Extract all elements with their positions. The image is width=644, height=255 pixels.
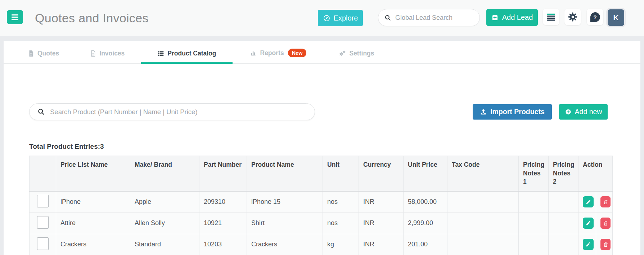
- tab-settings[interactable]: Settings: [338, 42, 374, 63]
- cell-part-number: 209310: [199, 191, 247, 213]
- question-bubble-icon: ?: [590, 12, 600, 22]
- table-row: iPhone Apple 209310 iPhone 15 nos INR 58…: [30, 191, 613, 213]
- tab-label: Product Catalog: [167, 50, 216, 57]
- cell-part-number: 10921: [199, 212, 247, 234]
- add-new-button[interactable]: Add new: [559, 104, 608, 120]
- import-products-label: Import Products: [490, 108, 545, 116]
- delete-button[interactable]: [600, 196, 611, 207]
- plus-circle-icon: [565, 108, 572, 115]
- help-button[interactable]: ?: [587, 9, 603, 25]
- table-row: Attire Allen Solly 10921 Shirt nos INR 2…: [30, 212, 613, 234]
- global-lead-search: [378, 9, 480, 26]
- file-icon: [28, 50, 34, 57]
- plus-square-icon: [491, 14, 499, 21]
- cell-product-name: Shirt: [247, 212, 323, 234]
- cell-make-brand: Allen Solly: [130, 212, 199, 234]
- new-badge: New: [288, 49, 307, 57]
- column-header: Part Number: [199, 156, 247, 191]
- list-menu-icon: [546, 12, 556, 22]
- gear-icon: [568, 12, 578, 22]
- cell-unit: nos: [323, 212, 359, 234]
- upload-icon: [480, 108, 487, 115]
- tab-label: Quotes: [37, 50, 59, 57]
- cell-tax-code: [447, 191, 519, 213]
- trash-icon: [603, 199, 608, 205]
- cell-pricing-notes-2: [549, 234, 578, 255]
- tab-label: Reports: [260, 49, 284, 57]
- cell-pricing-notes-1: [519, 191, 549, 213]
- column-header: Price List Name: [56, 156, 130, 191]
- bar-chart-icon: [250, 50, 257, 57]
- cell-price-list-name: iPhone: [56, 191, 130, 213]
- column-header: Unit Price: [404, 156, 447, 191]
- total-entries-label: Total Product Entries:3: [29, 143, 640, 151]
- global-lead-search-input[interactable]: [395, 14, 479, 22]
- quick-menu-button[interactable]: [543, 9, 559, 25]
- search-icon: [384, 14, 391, 21]
- product-toolbar: Import Products Add new: [4, 103, 640, 120]
- add-lead-label: Add Lead: [502, 13, 533, 22]
- table-header-row: Price List Name Make/ Brand Part Number …: [30, 156, 613, 191]
- cell-unit-price: 201.00: [404, 234, 447, 255]
- cell-currency: INR: [359, 212, 404, 234]
- user-avatar[interactable]: K: [608, 9, 624, 26]
- tab-product-catalog[interactable]: Product Catalog: [141, 42, 232, 63]
- product-search-input[interactable]: [50, 108, 309, 116]
- column-header: Make/ Brand: [130, 156, 199, 191]
- add-lead-button[interactable]: Add Lead: [486, 9, 538, 26]
- edit-button[interactable]: [583, 218, 594, 229]
- column-header: Pricing Notes 2: [549, 156, 578, 191]
- content-card: Quotes Invoices Product Catalog Reports …: [4, 41, 640, 255]
- table-row: Crackers Standard 10203 Crackers kg INR …: [30, 234, 613, 255]
- cell-product-name: iPhone 15: [247, 191, 323, 213]
- pencil-icon: [586, 199, 591, 205]
- cell-unit-price: 58,000.00: [404, 191, 447, 213]
- table-body: iPhone Apple 209310 iPhone 15 nos INR 58…: [30, 191, 613, 255]
- page-title: Quotes and Invoices: [35, 11, 149, 25]
- tab-invoices[interactable]: Invoices: [90, 42, 125, 63]
- column-header: Pricing Notes 1: [519, 156, 549, 191]
- column-header-select: [30, 156, 56, 191]
- list-icon: [157, 50, 164, 57]
- cell-make-brand: Apple: [130, 191, 199, 213]
- cell-tax-code: [447, 212, 519, 234]
- tab-bar: Quotes Invoices Product Catalog Reports …: [4, 41, 640, 64]
- cell-part-number: 10203: [199, 234, 247, 255]
- tab-reports[interactable]: Reports New: [250, 41, 307, 63]
- add-new-label: Add new: [575, 108, 602, 116]
- tab-label: Invoices: [99, 50, 125, 57]
- tab-quotes[interactable]: Quotes: [28, 42, 59, 63]
- column-header: Currency: [359, 156, 404, 191]
- cell-unit: nos: [323, 191, 359, 213]
- row-checkbox[interactable]: [37, 237, 49, 250]
- edit-button[interactable]: [583, 196, 594, 207]
- delete-button[interactable]: [600, 218, 611, 229]
- column-header-action: Action: [578, 156, 613, 191]
- explore-label: Explore: [334, 14, 358, 22]
- product-table: Price List Name Make/ Brand Part Number …: [29, 156, 613, 255]
- cell-unit: kg: [323, 234, 359, 255]
- import-products-button[interactable]: Import Products: [473, 104, 552, 120]
- cell-pricing-notes-1: [519, 212, 549, 234]
- cell-product-name: Crackers: [247, 234, 323, 255]
- row-checkbox[interactable]: [37, 195, 49, 207]
- edit-button[interactable]: [583, 239, 594, 250]
- settings-gear-button[interactable]: [564, 9, 581, 25]
- cell-unit-price: 2,999.00: [404, 212, 447, 234]
- column-header: Product Name: [247, 156, 323, 191]
- pencil-icon: [586, 242, 591, 247]
- delete-button[interactable]: [600, 239, 611, 250]
- cell-currency: INR: [359, 191, 404, 213]
- sidebar-toggle-button[interactable]: [7, 10, 23, 24]
- column-header: Unit: [323, 156, 359, 191]
- pencil-icon: [586, 220, 591, 226]
- cell-pricing-notes-1: [519, 234, 549, 255]
- trash-icon: [603, 242, 608, 247]
- cell-pricing-notes-2: [549, 191, 578, 213]
- cell-price-list-name: Crackers: [56, 234, 130, 255]
- explore-button[interactable]: Explore: [318, 10, 363, 26]
- row-checkbox[interactable]: [37, 216, 49, 229]
- hamburger-icon: [12, 14, 18, 20]
- file-icon: [90, 50, 96, 57]
- product-search: [29, 103, 315, 120]
